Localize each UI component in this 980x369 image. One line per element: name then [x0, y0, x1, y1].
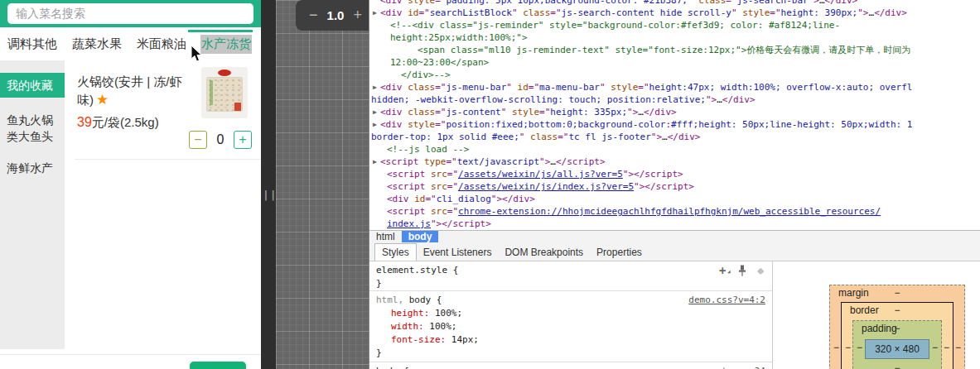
code-token: "> — [706, 94, 717, 105]
code-line[interactable]: ▶<div class="js-content" style="height: … — [369, 106, 980, 118]
product-title: 火锅饺(安井 | 冻/虾味)★ — [77, 73, 195, 109]
code-line[interactable]: ▶<div style="position:fixed;bottom:0;bac… — [369, 118, 980, 131]
product-price: 39元/袋(2.5kg) — [77, 115, 159, 131]
box-model-content: 320 × 480 — [865, 339, 929, 359]
sidebar-category-item[interactable]: 我的收藏 — [0, 73, 65, 98]
code-token: id — [414, 194, 425, 204]
code-line[interactable]: hidden; -webkit-overflow-scrolling: touc… — [369, 93, 980, 106]
css-property[interactable]: font-size: 14px; — [376, 333, 765, 347]
code-token: =" — [435, 0, 446, 6]
product-image — [201, 67, 248, 118]
code-line[interactable]: <!--js load --> — [369, 143, 980, 156]
code-token: "></script> — [623, 169, 683, 180]
code-token: js-menu-bar — [447, 82, 507, 93]
checkout-button[interactable] — [190, 362, 246, 369]
code-token: " — [731, 7, 742, 18]
code-line[interactable]: <div style="padding: 5px 10px;background… — [369, 0, 980, 7]
code-token: class — [698, 0, 726, 6]
code-token: style — [408, 119, 435, 130]
screenshot-root: 输入菜名搜索 调料其他蔬菜水果米面粮油水产冻货酒 我的收藏鱼丸火锅类大鱼头海鲜水… — [0, 0, 980, 369]
code-line[interactable]: <span class="ml10 js-reminder-text" styl… — [369, 44, 980, 56]
breadcrumb-body[interactable]: body — [402, 231, 439, 242]
code-token: cli_dialog — [437, 194, 491, 204]
selector: body { — [376, 366, 409, 369]
code-line[interactable]: height:25px;width:100%;"> — [369, 31, 980, 44]
zoom-out-button[interactable]: − — [309, 7, 318, 24]
devtools-panel: <div style="padding: 5px 10px;background… — [369, 0, 980, 369]
code-line[interactable]: <!--<div class="js-reminder" style="back… — [369, 19, 980, 31]
stylesheet-link[interactable]: reset.css:24 — [700, 365, 765, 369]
code-token: <div — [387, 194, 414, 204]
expand-arrow-icon[interactable]: ▶ — [373, 7, 380, 19]
favorite-star-icon[interactable]: ★ — [96, 92, 109, 108]
property-value: 100%; — [429, 308, 462, 319]
zoom-in-button[interactable]: + — [353, 7, 362, 24]
pin-icon[interactable] — [738, 265, 746, 276]
element-style-selector[interactable]: element.style { — [376, 264, 765, 277]
tab-styles[interactable]: Styles — [374, 243, 417, 261]
expand-arrow-icon[interactable]: ▶ — [373, 106, 380, 118]
bag-stripe — [210, 80, 213, 105]
code-token: " — [519, 132, 530, 142]
new-style-rule-icon[interactable]: +◢ — [719, 266, 726, 276]
stylesheet-link[interactable]: demo.css?v=4:2 — [688, 294, 765, 307]
category-tab[interactable]: 调料其他 — [7, 35, 58, 54]
border-left-value: − — [845, 342, 851, 353]
code-token: "> — [809, 0, 819, 6]
code-token: js-search-content hide scroll-y — [562, 7, 731, 18]
code-token: searchListBlock — [430, 7, 512, 18]
code-line[interactable]: index.js"></script> — [369, 218, 980, 230]
tab-properties[interactable]: Properties — [590, 244, 649, 261]
resource-link[interactable]: chrome-extension://hhojmcideegachlhfgfdh… — [458, 206, 881, 217]
bag-logo — [218, 69, 231, 76]
code-token: <script — [387, 169, 431, 180]
code-token: </div> — [825, 0, 858, 6]
code-line[interactable]: <script src="/assets/weixin/js/index.js?… — [369, 180, 980, 193]
code-token: =" — [446, 156, 456, 167]
tab-event-listeners[interactable]: Event Listeners — [417, 244, 499, 261]
resource-link[interactable]: /assets/weixin/js/all.js?ver=5 — [458, 169, 623, 180]
code-line[interactable]: 12:00~23:00</span> — [369, 56, 980, 69]
code-token: <div — [380, 107, 408, 117]
expand-arrow-icon[interactable]: ▶ — [373, 118, 380, 131]
padding-left-value: − — [857, 342, 862, 353]
code-token: =" — [529, 82, 539, 93]
property-value: 100%; — [424, 321, 457, 332]
search-input[interactable]: 输入菜名搜索 — [7, 3, 253, 24]
expand-arrow-icon[interactable]: ▶ — [373, 81, 380, 93]
code-token: "> — [651, 132, 662, 142]
row-divider — [75, 159, 261, 160]
category-tab[interactable]: 米面粮油 — [136, 35, 187, 54]
sidebar-category-item[interactable]: 鱼丸火锅类大鱼头 — [0, 108, 65, 149]
margin-left-value: − — [833, 342, 839, 353]
code-token: id — [518, 82, 529, 93]
code-line[interactable]: ▶<div id="searchListBlock" class="js-sea… — [369, 7, 980, 19]
css-property[interactable]: width: 100%; — [376, 320, 765, 333]
resource-link[interactable]: /assets/weixin/js/index.js?ver=5 — [458, 181, 634, 192]
code-line[interactable]: <div id="cli_dialog"></div> — [369, 193, 980, 205]
sidebar-category-item[interactable]: 海鲜水产 — [0, 156, 65, 180]
quantity-increase-button[interactable]: + — [234, 131, 252, 149]
category-tab[interactable]: 蔬菜水果 — [71, 35, 123, 54]
code-line[interactable]: </div>--> — [369, 69, 980, 81]
rule-properties: height: 100%;width: 100%;font-size: 14px… — [376, 307, 765, 347]
breadcrumb-html[interactable]: html — [369, 231, 402, 242]
rule-selector-line: html, body { demo.css?v=4:2 — [376, 294, 765, 307]
code-line[interactable]: <script src="chrome-extension://hhojmcid… — [369, 205, 980, 218]
active-tab-underline — [188, 30, 253, 32]
resource-link[interactable]: index.js — [387, 218, 431, 229]
tab-dom-breakpoints[interactable]: DOM Breakpoints — [498, 244, 590, 261]
code-line[interactable]: ▶<script type="text/javascript">…</scrip… — [369, 156, 980, 168]
toggle-element-state-icon[interactable]: ◆◆ — [758, 266, 764, 276]
code-line[interactable]: ▶<div class="js-menu-bar" id="ma-menu-ba… — [369, 81, 980, 93]
css-property[interactable]: height: 100%; — [376, 307, 765, 320]
code-token: <div — [380, 119, 408, 130]
code-token: "> — [627, 107, 638, 117]
code-token: <!--js load --> — [387, 144, 469, 155]
category-tab[interactable]: 水产冻货 — [200, 35, 252, 54]
code-line[interactable]: border-top: 1px solid #eee;" class="tc f… — [369, 131, 980, 143]
code-line[interactable]: <script src="/assets/weixin/js/all.js?ve… — [369, 168, 980, 180]
expand-arrow-icon[interactable]: ▶ — [373, 156, 380, 168]
quantity-decrease-button[interactable]: − — [189, 131, 207, 149]
code-token: … — [819, 0, 825, 6]
